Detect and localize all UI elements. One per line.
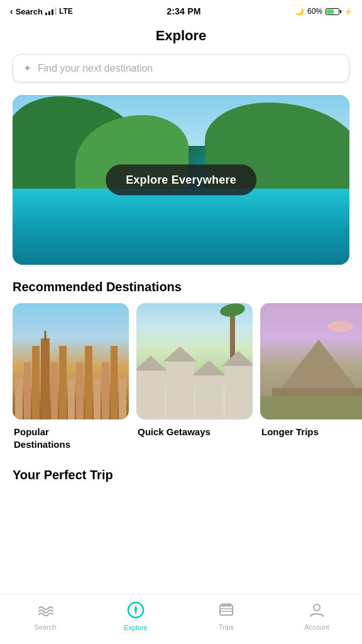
explore-nav-icon	[127, 601, 145, 621]
destination-label-longer: Longer Trips	[260, 426, 362, 438]
perfect-trip-section: Your Perfect Trip	[0, 455, 362, 554]
status-right: 🌙 60% ⚡	[295, 7, 352, 16]
destination-label-popular: PopularDestinations	[13, 426, 129, 450]
nyc-buildings	[13, 338, 129, 420]
pyramid-illustration	[260, 303, 362, 419]
bottom-nav: Search Explore Trips	[0, 594, 362, 644]
nyc-illustration	[13, 303, 129, 419]
compass-search-icon: ✦	[23, 62, 31, 74]
bar3	[52, 9, 53, 15]
bld6	[68, 379, 75, 419]
search-nav-icon	[37, 602, 53, 621]
nav-item-search[interactable]: Search	[0, 602, 90, 631]
carrier-label: Search	[16, 7, 43, 16]
destination-image-nyc	[13, 303, 129, 419]
search-nav-label: Search	[35, 623, 57, 631]
perfect-trip-title: Your Perfect Trip	[0, 468, 362, 491]
battery-tip	[340, 10, 341, 13]
destinations-scroll: PopularDestinations Quick Getaways Long	[0, 303, 362, 455]
nav-item-trips[interactable]: Trips	[181, 602, 272, 631]
pyramid-cloud	[328, 321, 353, 332]
bld11	[111, 346, 118, 419]
trips-nav-icon	[218, 602, 234, 621]
recommended-section-title: Recommended Destinations	[0, 280, 362, 303]
battery-body	[326, 8, 339, 15]
destination-card-quick[interactable]: Quick Getaways	[136, 303, 253, 450]
bld5	[59, 346, 67, 419]
hut2	[166, 359, 195, 419]
account-nav-icon	[309, 602, 325, 621]
tropical-huts	[136, 326, 253, 419]
search-bar-container: ✦ Find your next destination	[13, 54, 349, 82]
back-arrow: ‹	[10, 6, 13, 16]
page-title: Explore	[0, 23, 362, 54]
battery-percent: 60%	[307, 7, 322, 16]
bld8	[85, 346, 92, 419]
nav-item-explore[interactable]: Explore	[90, 601, 181, 631]
empire-state	[41, 338, 50, 420]
destination-image-tropical	[136, 303, 253, 419]
status-time: 2:34 PM	[167, 6, 200, 16]
search-bar[interactable]: ✦ Find your next destination	[13, 54, 349, 82]
svg-marker-1	[134, 605, 138, 609]
destination-label-quick: Quick Getaways	[136, 426, 253, 438]
bld4	[51, 362, 58, 419]
account-nav-label: Account	[304, 623, 329, 631]
battery-icon	[326, 8, 341, 15]
signal-bars	[45, 8, 57, 15]
lte-label: LTE	[59, 7, 73, 16]
trips-nav-label: Trips	[219, 623, 234, 631]
hero-container: Explore Everywhere	[13, 95, 349, 265]
tropical-illustration	[136, 303, 253, 419]
destination-card-longer[interactable]: Longer Trips	[260, 303, 362, 450]
svg-point-9	[314, 604, 320, 611]
bld7	[76, 362, 84, 419]
status-bar: ‹ Search LTE 2:34 PM 🌙 60% ⚡	[0, 0, 362, 23]
svg-marker-2	[134, 611, 138, 615]
charging-icon: ⚡	[344, 8, 352, 15]
hut3	[195, 373, 224, 419]
bar2	[48, 11, 50, 15]
explore-nav-label: Explore	[124, 624, 147, 631]
bar1	[45, 13, 47, 15]
destination-card-popular[interactable]: PopularDestinations	[13, 303, 129, 450]
bld9	[94, 379, 101, 419]
bld3	[32, 346, 40, 419]
nav-item-account[interactable]: Account	[272, 602, 362, 631]
bld1	[15, 379, 23, 419]
hut1	[136, 369, 165, 419]
svg-point-3	[134, 609, 137, 611]
moon-icon: 🌙	[295, 7, 304, 16]
bld10	[102, 362, 109, 419]
status-carrier: ‹ Search LTE	[10, 6, 73, 16]
bar4	[55, 8, 57, 15]
bld12	[119, 379, 126, 419]
hut4	[224, 364, 253, 419]
battery-fill	[327, 9, 334, 14]
bld2	[24, 362, 31, 419]
pyramid-ground	[260, 396, 362, 419]
hero-water	[13, 189, 349, 265]
explore-everywhere-button[interactable]: Explore Everywhere	[106, 165, 256, 196]
search-placeholder: Find your next destination	[38, 63, 153, 74]
